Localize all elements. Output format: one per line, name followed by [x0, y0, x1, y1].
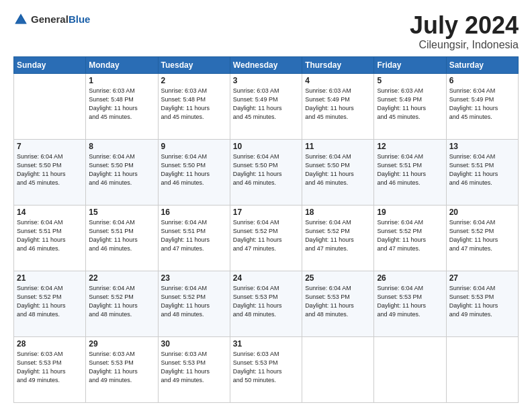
day-number: 5 [377, 76, 443, 85]
calendar-day-cell: 29Sunrise: 6:03 AM Sunset: 5:53 PM Dayli… [86, 336, 158, 402]
day-info: Sunrise: 6:04 AM Sunset: 5:51 PM Dayligh… [17, 218, 83, 253]
day-info: Sunrise: 6:04 AM Sunset: 5:52 PM Dayligh… [89, 284, 154, 319]
day-info: Sunrise: 6:04 AM Sunset: 5:51 PM Dayligh… [89, 218, 154, 253]
day-info: Sunrise: 6:04 AM Sunset: 5:50 PM Dayligh… [305, 152, 371, 187]
day-info: Sunrise: 6:03 AM Sunset: 5:48 PM Dayligh… [161, 87, 227, 122]
day-of-week-header: Monday [86, 56, 158, 73]
day-number: 28 [17, 339, 83, 349]
calendar-day-cell: 26Sunrise: 6:04 AM Sunset: 5:53 PM Dayli… [374, 271, 446, 336]
calendar-day-cell: 5Sunrise: 6:03 AM Sunset: 5:49 PM Daylig… [374, 73, 446, 139]
calendar-header-row: SundayMondayTuesdayWednesdayThursdayFrid… [14, 56, 519, 73]
page: GeneralBlue July 2024 Cileungsir, Indone… [0, 0, 532, 411]
day-info: Sunrise: 6:04 AM Sunset: 5:53 PM Dayligh… [377, 284, 443, 319]
day-number: 10 [233, 142, 299, 151]
day-number: 17 [233, 208, 299, 217]
calendar-location: Cileungsir, Indonesia [410, 39, 519, 51]
day-number: 24 [233, 273, 299, 283]
day-number: 31 [233, 339, 299, 349]
day-info: Sunrise: 6:04 AM Sunset: 5:52 PM Dayligh… [377, 218, 443, 253]
day-info: Sunrise: 6:03 AM Sunset: 5:49 PM Dayligh… [377, 87, 443, 122]
calendar-day-cell: 6Sunrise: 6:04 AM Sunset: 5:49 PM Daylig… [446, 73, 518, 139]
day-number: 3 [233, 76, 299, 85]
day-number: 6 [449, 76, 515, 85]
title-block: July 2024 Cileungsir, Indonesia [410, 12, 519, 51]
day-info: Sunrise: 6:04 AM Sunset: 5:52 PM Dayligh… [233, 218, 299, 253]
day-info: Sunrise: 6:04 AM Sunset: 5:53 PM Dayligh… [305, 284, 371, 319]
calendar-day-cell: 15Sunrise: 6:04 AM Sunset: 5:51 PM Dayli… [86, 205, 158, 271]
calendar-day-cell: 10Sunrise: 6:04 AM Sunset: 5:50 PM Dayli… [230, 139, 302, 205]
header: GeneralBlue July 2024 Cileungsir, Indone… [13, 12, 519, 51]
day-number: 11 [305, 142, 371, 151]
calendar-day-cell: 20Sunrise: 6:04 AM Sunset: 5:52 PM Dayli… [446, 205, 518, 271]
day-of-week-header: Tuesday [158, 56, 230, 73]
day-info: Sunrise: 6:04 AM Sunset: 5:53 PM Dayligh… [449, 284, 515, 319]
day-number: 29 [89, 339, 154, 349]
day-info: Sunrise: 6:04 AM Sunset: 5:51 PM Dayligh… [161, 218, 227, 253]
calendar-week-row: 1Sunrise: 6:03 AM Sunset: 5:48 PM Daylig… [14, 73, 519, 139]
day-info: Sunrise: 6:04 AM Sunset: 5:52 PM Dayligh… [305, 218, 371, 253]
day-info: Sunrise: 6:04 AM Sunset: 5:52 PM Dayligh… [161, 284, 227, 319]
day-info: Sunrise: 6:03 AM Sunset: 5:53 PM Dayligh… [233, 350, 299, 385]
calendar-week-row: 21Sunrise: 6:04 AM Sunset: 5:52 PM Dayli… [14, 271, 519, 336]
calendar-day-cell: 1Sunrise: 6:03 AM Sunset: 5:48 PM Daylig… [86, 73, 158, 139]
calendar-day-cell: 13Sunrise: 6:04 AM Sunset: 5:51 PM Dayli… [446, 139, 518, 205]
calendar-day-cell: 16Sunrise: 6:04 AM Sunset: 5:51 PM Dayli… [158, 205, 230, 271]
calendar-day-cell [14, 73, 86, 139]
calendar-table: SundayMondayTuesdayWednesdayThursdayFrid… [13, 56, 519, 403]
calendar-day-cell: 2Sunrise: 6:03 AM Sunset: 5:48 PM Daylig… [158, 73, 230, 139]
calendar-week-row: 14Sunrise: 6:04 AM Sunset: 5:51 PM Dayli… [14, 205, 519, 271]
day-number: 2 [161, 76, 227, 85]
calendar-day-cell: 17Sunrise: 6:04 AM Sunset: 5:52 PM Dayli… [230, 205, 302, 271]
day-of-week-header: Friday [374, 56, 446, 73]
day-number: 4 [305, 76, 371, 85]
day-number: 22 [89, 273, 154, 283]
day-number: 26 [377, 273, 443, 283]
day-number: 20 [449, 208, 515, 217]
calendar-day-cell [374, 336, 446, 402]
day-number: 25 [305, 273, 371, 283]
day-info: Sunrise: 6:03 AM Sunset: 5:53 PM Dayligh… [17, 350, 83, 385]
calendar-day-cell: 24Sunrise: 6:04 AM Sunset: 5:53 PM Dayli… [230, 271, 302, 336]
day-info: Sunrise: 6:04 AM Sunset: 5:51 PM Dayligh… [377, 152, 443, 187]
day-number: 30 [161, 339, 227, 349]
day-number: 13 [449, 142, 515, 151]
day-number: 12 [377, 142, 443, 151]
calendar-day-cell: 8Sunrise: 6:04 AM Sunset: 5:50 PM Daylig… [86, 139, 158, 205]
calendar-day-cell: 9Sunrise: 6:04 AM Sunset: 5:50 PM Daylig… [158, 139, 230, 205]
day-number: 9 [161, 142, 227, 151]
day-info: Sunrise: 6:04 AM Sunset: 5:50 PM Dayligh… [17, 152, 83, 187]
day-info: Sunrise: 6:03 AM Sunset: 5:53 PM Dayligh… [161, 350, 227, 385]
day-of-week-header: Saturday [446, 56, 518, 73]
day-info: Sunrise: 6:03 AM Sunset: 5:49 PM Dayligh… [233, 87, 299, 122]
calendar-title: July 2024 [410, 12, 519, 39]
day-number: 14 [17, 208, 83, 217]
day-info: Sunrise: 6:04 AM Sunset: 5:50 PM Dayligh… [89, 152, 154, 187]
day-number: 16 [161, 208, 227, 217]
day-number: 15 [89, 208, 154, 217]
day-of-week-header: Sunday [14, 56, 86, 73]
day-number: 23 [161, 273, 227, 283]
day-info: Sunrise: 6:04 AM Sunset: 5:52 PM Dayligh… [449, 218, 515, 253]
calendar-day-cell: 31Sunrise: 6:03 AM Sunset: 5:53 PM Dayli… [230, 336, 302, 402]
calendar-day-cell: 22Sunrise: 6:04 AM Sunset: 5:52 PM Dayli… [86, 271, 158, 336]
calendar-day-cell: 4Sunrise: 6:03 AM Sunset: 5:49 PM Daylig… [302, 73, 374, 139]
logo-icon [13, 12, 28, 27]
day-of-week-header: Wednesday [230, 56, 302, 73]
calendar-day-cell: 7Sunrise: 6:04 AM Sunset: 5:50 PM Daylig… [14, 139, 86, 205]
calendar-day-cell [446, 336, 518, 402]
day-number: 1 [89, 76, 154, 85]
calendar-day-cell: 21Sunrise: 6:04 AM Sunset: 5:52 PM Dayli… [14, 271, 86, 336]
day-number: 21 [17, 273, 83, 283]
calendar-day-cell: 14Sunrise: 6:04 AM Sunset: 5:51 PM Dayli… [14, 205, 86, 271]
calendar-day-cell: 30Sunrise: 6:03 AM Sunset: 5:53 PM Dayli… [158, 336, 230, 402]
day-number: 27 [449, 273, 515, 283]
calendar-day-cell: 3Sunrise: 6:03 AM Sunset: 5:49 PM Daylig… [230, 73, 302, 139]
day-info: Sunrise: 6:03 AM Sunset: 5:49 PM Dayligh… [305, 87, 371, 122]
calendar-day-cell: 25Sunrise: 6:04 AM Sunset: 5:53 PM Dayli… [302, 271, 374, 336]
calendar-day-cell: 18Sunrise: 6:04 AM Sunset: 5:52 PM Dayli… [302, 205, 374, 271]
day-info: Sunrise: 6:04 AM Sunset: 5:52 PM Dayligh… [17, 284, 83, 319]
calendar-day-cell: 11Sunrise: 6:04 AM Sunset: 5:50 PM Dayli… [302, 139, 374, 205]
day-number: 18 [305, 208, 371, 217]
day-number: 8 [89, 142, 154, 151]
calendar-day-cell: 19Sunrise: 6:04 AM Sunset: 5:52 PM Dayli… [374, 205, 446, 271]
